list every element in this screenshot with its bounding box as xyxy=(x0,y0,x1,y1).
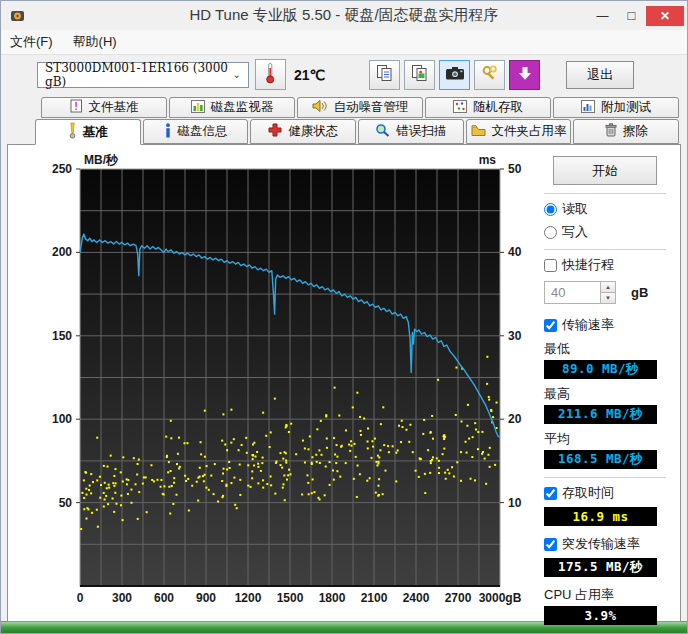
spin-down-button[interactable]: ▼ xyxy=(600,293,616,304)
svg-text:20: 20 xyxy=(508,412,522,426)
tab-erase[interactable]: 擦除 xyxy=(573,119,679,144)
drive-select-value: ST3000DM001-1ER166 (3000 gB) xyxy=(45,61,233,89)
trash-icon xyxy=(605,123,617,140)
minimize-button[interactable]: — xyxy=(588,6,617,26)
copy-text-button[interactable] xyxy=(369,60,400,90)
hdd-app-icon xyxy=(10,9,25,23)
write-radio[interactable] xyxy=(544,226,557,239)
svg-text:50: 50 xyxy=(508,162,522,176)
random-access-icon xyxy=(453,100,467,116)
temperature-value: 21℃ xyxy=(294,67,325,83)
update-button[interactable] xyxy=(509,60,540,90)
svg-text:900: 900 xyxy=(196,591,216,605)
magnifier-icon xyxy=(375,123,390,140)
cpu-usage-label: CPU 占用率 xyxy=(544,586,666,604)
svg-text:10: 10 xyxy=(508,496,522,510)
tab-random-access[interactable]: 随机存取 xyxy=(425,97,551,118)
svg-text:200: 200 xyxy=(52,245,72,259)
exit-button[interactable]: 退出 xyxy=(566,61,634,89)
svg-text:600: 600 xyxy=(154,591,174,605)
svg-text:3000gB: 3000gB xyxy=(479,591,522,605)
svg-text:1800: 1800 xyxy=(319,591,346,605)
title-bar: HD Tune 专业版 5.50 - 硬盘/固态硬盘实用程序 — □ ✕ xyxy=(1,1,687,30)
tab-health[interactable]: 健康状态 xyxy=(250,119,356,144)
read-radio-label: 读取 xyxy=(562,200,588,218)
divider xyxy=(544,193,666,194)
tab-row-top: ! 文件基准 磁盘监视器 自动噪音管理 随机存取 附加测试 xyxy=(41,97,681,118)
svg-text:100: 100 xyxy=(52,412,72,426)
copy-image-icon xyxy=(411,64,429,85)
registration-button[interactable] xyxy=(474,60,505,90)
close-button[interactable]: ✕ xyxy=(646,6,684,26)
start-button[interactable]: 开始 xyxy=(553,156,657,185)
svg-text:30: 30 xyxy=(508,329,522,343)
shortstroke-checkbox[interactable] xyxy=(544,259,557,272)
svg-text:0: 0 xyxy=(77,591,84,605)
transfer-rate-label: 传输速率 xyxy=(562,316,614,334)
max-value: 211.6 MB/秒 xyxy=(544,405,657,424)
write-radio-label: 写入 xyxy=(562,223,588,241)
cpu-usage-value: 3.9% xyxy=(544,606,657,625)
tab-benchmark[interactable]: 基准 xyxy=(35,119,141,145)
burst-rate-checkbox[interactable] xyxy=(544,538,557,551)
tab-row-bottom: 基准 磁盘信息 健康状态 错误扫描 文件夹占用率 擦除 xyxy=(35,119,681,144)
read-radio[interactable] xyxy=(544,203,557,216)
screenshot-button[interactable] xyxy=(439,60,470,90)
transfer-rate-checkbox[interactable] xyxy=(544,319,557,332)
tab-aam[interactable]: 自动噪音管理 xyxy=(297,97,423,118)
menu-help[interactable]: 帮助(H) xyxy=(73,33,117,51)
temperature-button[interactable] xyxy=(255,59,286,90)
tab-folder-usage[interactable]: 文件夹占用率 xyxy=(466,119,572,144)
drive-select[interactable]: ST3000DM001-1ER166 (3000 gB) ⌄ xyxy=(37,62,249,88)
disk-monitor-icon xyxy=(191,100,205,116)
spin-up-button[interactable]: ▲ xyxy=(600,281,616,293)
tab-disk-info[interactable]: 磁盘信息 xyxy=(143,119,249,144)
max-label: 最高 xyxy=(544,385,666,403)
shortstroke-unit: gB xyxy=(631,285,648,300)
svg-text:1500: 1500 xyxy=(277,591,304,605)
svg-text:2100: 2100 xyxy=(361,591,388,605)
exclamation-icon xyxy=(68,122,77,142)
file-benchmark-icon: ! xyxy=(70,99,83,116)
benchmark-chart: 5010015020025010203040500300600900120015… xyxy=(22,149,530,609)
download-arrow-icon xyxy=(518,66,532,84)
burst-rate-label: 突发传输速率 xyxy=(562,535,640,553)
tab-file-benchmark[interactable]: ! 文件基准 xyxy=(41,97,167,118)
svg-text:250: 250 xyxy=(52,162,72,176)
divider xyxy=(544,477,666,478)
thermometer-icon xyxy=(265,62,276,87)
min-label: 最低 xyxy=(544,340,666,358)
camera-icon xyxy=(445,65,465,84)
tab-extra-tests[interactable]: 附加测试 xyxy=(553,97,679,118)
toolbar: ST3000DM001-1ER166 (3000 gB) ⌄ 21℃ xyxy=(1,55,687,94)
svg-text:150: 150 xyxy=(52,329,72,343)
burst-rate-value: 175.5 MB/秒 xyxy=(544,558,657,577)
svg-text:MB/秒: MB/秒 xyxy=(84,153,119,167)
benchmark-panel: 5010015020025010203040500300600900120015… xyxy=(7,144,681,622)
avg-value: 168.5 MB/秒 xyxy=(544,450,657,469)
folder-icon xyxy=(471,124,486,139)
keys-icon xyxy=(481,64,499,85)
maximize-button[interactable]: □ xyxy=(617,6,646,26)
svg-text:2400: 2400 xyxy=(403,591,430,605)
svg-text:40: 40 xyxy=(508,245,522,259)
tab-error-scan[interactable]: 错误扫描 xyxy=(358,119,464,144)
menu-file[interactable]: 文件(F) xyxy=(10,33,53,51)
svg-text:1200: 1200 xyxy=(235,591,262,605)
copy-text-icon xyxy=(376,64,394,85)
access-time-label: 存取时间 xyxy=(562,484,614,502)
tab-disk-monitor[interactable]: 磁盘监视器 xyxy=(169,97,295,118)
divider xyxy=(544,249,666,250)
app-window: HD Tune 专业版 5.50 - 硬盘/固态硬盘实用程序 — □ ✕ 文件(… xyxy=(0,0,688,634)
menu-bar: 文件(F) 帮助(H) xyxy=(1,30,687,55)
chevron-down-icon: ⌄ xyxy=(233,69,241,80)
avg-label: 平均 xyxy=(544,430,666,448)
copy-image-button[interactable] xyxy=(404,60,435,90)
speaker-icon xyxy=(312,99,328,116)
access-time-value: 16.9 ms xyxy=(544,507,657,526)
shortstroke-input[interactable] xyxy=(544,281,600,304)
svg-text:ms: ms xyxy=(479,153,497,167)
svg-text:50: 50 xyxy=(59,496,73,510)
svg-text:!: ! xyxy=(74,100,78,112)
access-time-checkbox[interactable] xyxy=(544,487,557,500)
